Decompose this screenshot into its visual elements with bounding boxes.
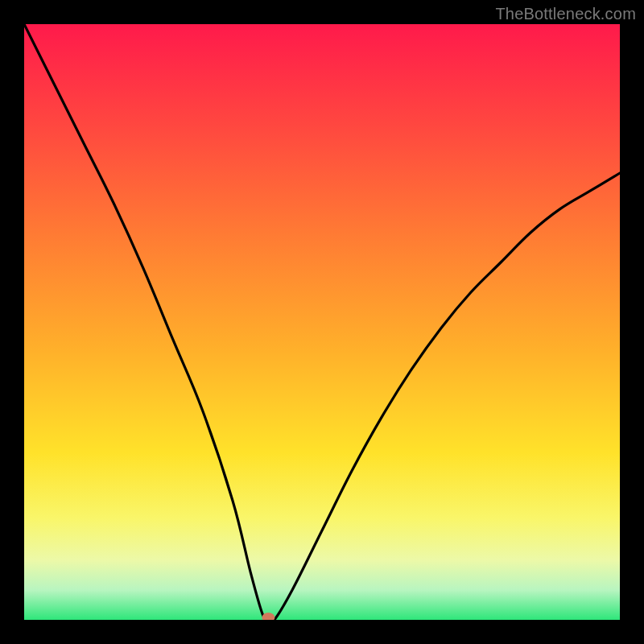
plot-area — [24, 24, 620, 620]
watermark-text: TheBottleneck.com — [495, 5, 636, 23]
minimum-marker — [262, 613, 275, 620]
curve-svg — [24, 24, 620, 620]
chart-frame: TheBottleneck.com — [0, 0, 644, 644]
bottleneck-curve — [24, 24, 620, 620]
